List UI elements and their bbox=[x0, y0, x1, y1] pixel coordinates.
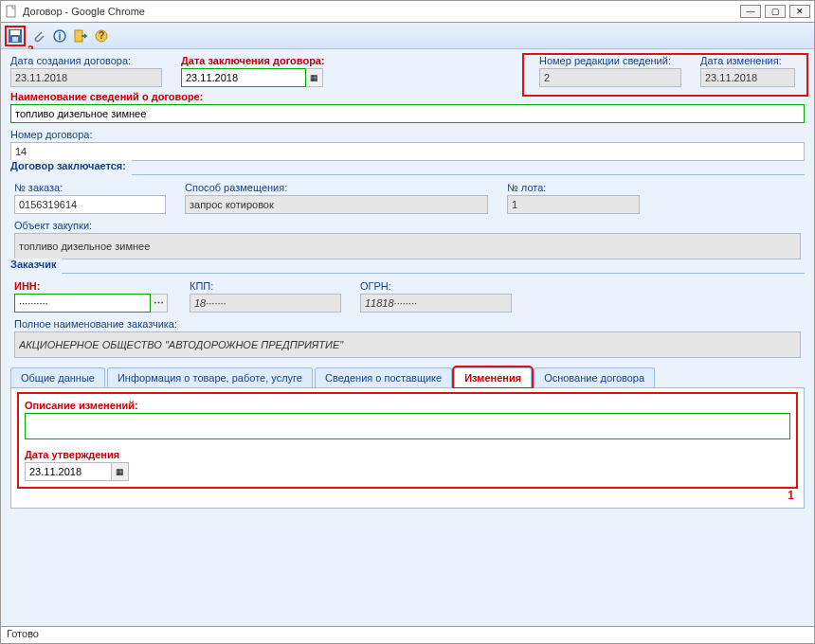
status-bar: Готово bbox=[1, 626, 814, 643]
toolbar: i ? 2 bbox=[1, 23, 814, 49]
order-num-label: № заказа: bbox=[14, 182, 175, 193]
tab-supplier-info[interactable]: Сведения о поставщике bbox=[315, 367, 452, 387]
section-customer-legend: Заказчик bbox=[10, 259, 62, 270]
sign-date-label: Дата заключения договора: bbox=[181, 55, 342, 66]
contract-num-field[interactable] bbox=[10, 142, 805, 161]
lot-num-field bbox=[507, 195, 640, 214]
section-deal: Договор заключается: № заказа: Способ ра… bbox=[10, 169, 805, 259]
contract-num-label: Номер договора: bbox=[10, 129, 805, 140]
info-icon[interactable]: i bbox=[52, 28, 67, 44]
changes-desc-field[interactable] bbox=[25, 413, 790, 439]
placement-method-label: Способ размещения: bbox=[185, 182, 498, 193]
window-title: Договор - Google Chrome bbox=[23, 6, 740, 17]
close-button[interactable]: ✕ bbox=[789, 5, 810, 18]
minimize-button[interactable]: — bbox=[740, 5, 761, 18]
inn-field[interactable] bbox=[14, 294, 151, 313]
form-area: Дата создания договора: Дата заключения … bbox=[1, 49, 814, 626]
tab-bar: Общие данные Информация о товаре, работе… bbox=[10, 367, 805, 388]
annotation-1: 1 bbox=[788, 489, 794, 502]
contract-name-field[interactable] bbox=[10, 104, 805, 123]
inn-lookup-icon[interactable]: ⋯ bbox=[151, 294, 168, 313]
lot-num-label: № лота: bbox=[507, 182, 649, 193]
approve-date-label: Дата утверждения bbox=[25, 449, 790, 460]
svg-rect-2 bbox=[10, 30, 20, 35]
ogrn-field bbox=[360, 294, 512, 313]
window-title-bar: Договор - Google Chrome — ▢ ✕ bbox=[0, 0, 815, 23]
order-num-field[interactable] bbox=[14, 195, 166, 214]
purchase-object-field bbox=[14, 233, 801, 259]
svg-rect-3 bbox=[12, 37, 18, 42]
svg-rect-0 bbox=[7, 6, 15, 17]
exit-icon[interactable] bbox=[73, 28, 88, 44]
section-deal-legend: Договор заключается: bbox=[10, 160, 132, 171]
ogrn-label: ОГРН: bbox=[360, 280, 521, 292]
tab-general[interactable]: Общие данные bbox=[10, 367, 105, 387]
kpp-label: КПП: bbox=[190, 280, 351, 292]
svg-text:?: ? bbox=[99, 29, 105, 41]
create-date-field bbox=[10, 68, 162, 87]
approve-date-picker-icon[interactable]: ▦ bbox=[112, 462, 129, 481]
svg-text:i: i bbox=[58, 30, 61, 42]
placement-method-field bbox=[185, 195, 488, 214]
create-date-label: Дата создания договора: bbox=[10, 55, 172, 66]
sign-date-field[interactable] bbox=[181, 68, 306, 87]
tab-panel-changes: Описание изменений: Дата утверждения ▦ 1 bbox=[10, 388, 805, 509]
tab-goods-info[interactable]: Информация о товаре, работе, услуге bbox=[107, 367, 313, 387]
changes-desc-label: Описание изменений: bbox=[25, 400, 790, 411]
sign-date-picker-icon[interactable]: ▦ bbox=[306, 68, 323, 87]
customer-fullname-field bbox=[14, 331, 801, 358]
kpp-field bbox=[190, 294, 341, 313]
highlight-revision-box bbox=[522, 53, 808, 97]
customer-fullname-label: Полное наименование заказчика: bbox=[14, 318, 801, 330]
maximize-button[interactable]: ▢ bbox=[765, 5, 786, 18]
attachment-icon[interactable] bbox=[31, 28, 46, 44]
save-icon[interactable] bbox=[8, 28, 23, 44]
svg-rect-6 bbox=[75, 30, 82, 42]
document-icon bbox=[5, 5, 18, 18]
inn-label: ИНН: bbox=[14, 280, 180, 292]
highlight-changes-panel: Описание изменений: Дата утверждения ▦ 1 bbox=[17, 392, 798, 489]
section-customer: Заказчик ИНН: ⋯ КПП: ОГРН bbox=[10, 267, 805, 358]
tab-basis[interactable]: Основание договора bbox=[534, 367, 655, 387]
approve-date-field[interactable] bbox=[25, 462, 112, 481]
help-icon[interactable]: ? bbox=[94, 28, 109, 44]
purchase-object-label: Объект закупки: bbox=[14, 220, 801, 231]
tab-changes[interactable]: Изменения bbox=[454, 367, 532, 387]
